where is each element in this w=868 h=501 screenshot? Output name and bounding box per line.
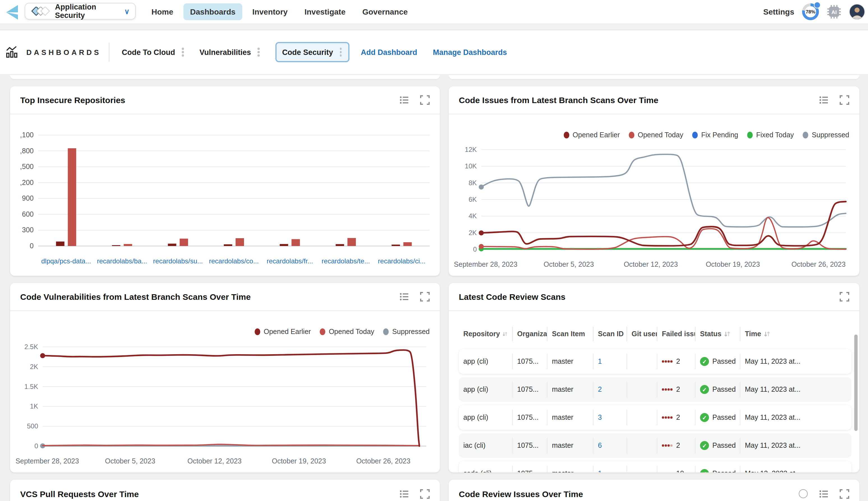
table-row[interactable]: app (cli)1075...master22✓PassedMay 11, 2…: [459, 377, 851, 402]
bar-issues-dark[interactable]: [391, 245, 400, 246]
failed-issues-count: 10: [676, 470, 684, 472]
product-selector[interactable]: Application Security ∨: [25, 3, 136, 20]
svg-text:,500: ,500: [20, 162, 34, 170]
cell-scan-id[interactable]: 6: [594, 438, 627, 454]
scrolled-panel-bottom-right: [449, 75, 859, 79]
failed-issues-count: 2: [676, 441, 680, 449]
expand-icon[interactable]: [420, 489, 430, 499]
cell-scan-id[interactable]: 1: [594, 466, 627, 472]
panel-header: Top Insecure Repositories: [10, 86, 440, 114]
bar-issues-dark[interactable]: [336, 244, 344, 246]
legend-item-suppressed[interactable]: Suppressed: [803, 131, 849, 139]
legend-label: Fix Pending: [701, 131, 738, 139]
cell-scan-id[interactable]: 2: [594, 382, 627, 397]
dashboard-tab-code-security[interactable]: Code Security: [275, 42, 350, 62]
ai-copilot-icon[interactable]: AI: [827, 4, 841, 19]
kebab-menu-icon[interactable]: [338, 47, 343, 58]
usage-progress-ring[interactable]: 78%: [802, 3, 819, 20]
kebab-menu-icon[interactable]: [181, 47, 185, 58]
expand-icon[interactable]: [420, 292, 430, 301]
bar-issues-light[interactable]: [347, 238, 356, 246]
svg-text:500: 500: [27, 422, 38, 430]
column-header-repository[interactable]: Repository: [459, 327, 513, 341]
table-scrollbar[interactable]: [854, 334, 858, 431]
repository-link[interactable]: recardolabs/su...: [153, 257, 203, 265]
column-header-organizat[interactable]: Organizat: [513, 327, 547, 341]
legend-item-opened-today[interactable]: Opened Today: [629, 131, 683, 139]
list-view-icon[interactable]: [399, 292, 409, 301]
scan-table-header: RepositoryOrganizatScan ItemScan IDGit u…: [459, 326, 851, 342]
prisma-cloud-logo-icon[interactable]: [3, 3, 21, 21]
expand-icon[interactable]: [840, 489, 849, 499]
legend-item-fix-pending[interactable]: Fix Pending: [692, 131, 738, 139]
expand-icon[interactable]: [840, 292, 849, 301]
column-header-git-user[interactable]: Git user: [627, 327, 657, 341]
bar-issues-dark[interactable]: [56, 242, 64, 246]
kebab-menu-icon[interactable]: [257, 47, 261, 58]
nav-item-inventory[interactable]: Inventory: [246, 3, 294, 20]
repository-link[interactable]: recardolabs/ci...: [378, 257, 426, 265]
repository-link[interactable]: recardolabs/ba...: [97, 257, 147, 265]
list-view-icon[interactable]: [819, 489, 828, 499]
column-header-failed-issu[interactable]: Failed issu: [657, 327, 696, 341]
status-label: Passed: [712, 414, 736, 422]
panel-header: Latest Code Review Scans: [449, 283, 859, 311]
expand-icon[interactable]: [840, 95, 849, 105]
table-row[interactable]: iac (cli)1075...master62✓PassedMay 11, 2…: [459, 433, 851, 458]
table-row[interactable]: code (cli)1075...master110✓PassedMay 12,…: [459, 461, 851, 472]
bar-issues-light[interactable]: [236, 238, 244, 246]
svg-text:October 5, 2023: October 5, 2023: [544, 260, 594, 268]
column-header-scan-id[interactable]: Scan ID: [594, 327, 627, 341]
svg-text:October 19, 2023: October 19, 2023: [705, 260, 760, 268]
repository-link[interactable]: dlpqa/pcs-data...: [41, 257, 91, 265]
bar-issues-light[interactable]: [403, 242, 412, 246]
bar-issues-dark[interactable]: [112, 245, 120, 246]
top-navigation-bar: Application Security ∨ HomeDashboardsInv…: [0, 0, 868, 24]
legend-item-opened-earlier[interactable]: Opened Earlier: [564, 131, 620, 139]
expand-icon[interactable]: [420, 95, 430, 105]
list-view-icon[interactable]: [399, 489, 409, 499]
legend-item-opened-today[interactable]: Opened Today: [320, 328, 374, 336]
user-avatar[interactable]: [849, 4, 865, 20]
status-label: Passed: [712, 470, 736, 472]
column-header-status[interactable]: Status: [696, 327, 740, 341]
cell-time: May 11, 2023 at...: [740, 382, 851, 397]
scrolled-panel-bottom-left: [10, 75, 440, 79]
nav-item-dashboards[interactable]: Dashboards: [184, 3, 242, 20]
repository-link[interactable]: recardolabs/te...: [322, 257, 370, 265]
legend-dot-icon: [255, 328, 260, 335]
panel-title: VCS Pull Requests Over Time: [20, 489, 399, 499]
table-row[interactable]: app (cli)1075...master12✓PassedMay 11, 2…: [459, 349, 851, 374]
bar-issues-light[interactable]: [291, 239, 300, 246]
repository-link[interactable]: recardolabs/co...: [209, 257, 259, 265]
bar-issues-dark[interactable]: [168, 244, 176, 246]
bar-issues-dark[interactable]: [224, 244, 232, 246]
bar-issues-light[interactable]: [68, 148, 76, 246]
bar-issues-dark[interactable]: [280, 244, 288, 246]
nav-item-governance[interactable]: Governance: [356, 3, 415, 20]
cell-scan-id[interactable]: 3: [594, 410, 627, 425]
legend-item-opened-earlier[interactable]: Opened Earlier: [255, 328, 311, 336]
settings-button[interactable]: Settings: [763, 7, 794, 16]
add-dashboard-link[interactable]: Add Dashboard: [360, 48, 417, 56]
list-view-icon[interactable]: [819, 95, 828, 105]
column-header-time[interactable]: Time: [740, 327, 851, 341]
manage-dashboards-link[interactable]: Manage Dashboards: [433, 48, 507, 56]
dashboard-tab-vulnerabilities[interactable]: Vulnerabilities: [199, 47, 261, 58]
legend-item-fixed-today[interactable]: Fixed Today: [747, 131, 794, 139]
svg-text:1.5K: 1.5K: [24, 383, 38, 390]
nav-item-investigate[interactable]: Investigate: [298, 3, 352, 20]
cell-scan-id[interactable]: 1: [594, 354, 627, 369]
dashboard-tab-code-to-cloud[interactable]: Code To Cloud: [122, 47, 185, 58]
column-header-scan-item[interactable]: Scan Item: [547, 327, 594, 341]
svg-text:10K: 10K: [465, 162, 477, 170]
cell-status: ✓Passed: [696, 354, 740, 369]
legend-item-suppressed[interactable]: Suppressed: [383, 328, 430, 336]
bar-issues-light[interactable]: [124, 244, 132, 246]
list-view-icon[interactable]: [399, 95, 409, 105]
bar-issues-light[interactable]: [180, 239, 188, 246]
repository-link[interactable]: recardolabs/fr...: [267, 257, 313, 265]
svg-text:600: 600: [22, 210, 34, 218]
nav-item-home[interactable]: Home: [145, 3, 180, 20]
table-row[interactable]: app (cli)1075...master32✓PassedMay 11, 2…: [459, 405, 851, 430]
